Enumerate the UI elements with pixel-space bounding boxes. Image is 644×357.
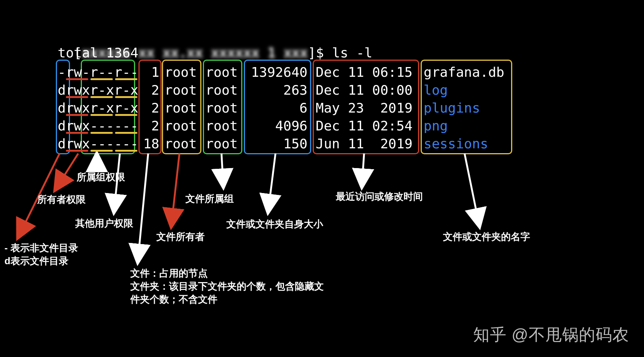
- label-links-line1: 文件：占用的节点: [130, 267, 324, 280]
- underline-owner-perm: [66, 78, 88, 80]
- col-owner: root: [165, 99, 197, 117]
- underline-group-perm: [90, 132, 113, 134]
- svg-line-9: [465, 154, 479, 227]
- col-name: plugins: [424, 99, 480, 117]
- label-file-owner: 文件所有者: [156, 230, 205, 243]
- underline-owner-perm: [66, 132, 88, 134]
- label-file-time: 最近访问或修改时间: [336, 190, 423, 203]
- col-date: Dec 11 02:54: [316, 117, 412, 135]
- col-group: root: [205, 63, 238, 81]
- col-group: root: [205, 117, 238, 135]
- col-owner: root: [165, 117, 197, 135]
- underline-group-perm: [90, 150, 113, 152]
- col-owner: root: [165, 81, 197, 99]
- svg-line-6: [221, 154, 223, 187]
- label-group-perm: 所属组权限: [77, 171, 125, 184]
- col-date: Dec 11 06:15: [316, 63, 412, 81]
- label-filetype: - 表示非文件目录 d表示文件目录: [4, 241, 78, 268]
- col-links: 2: [143, 81, 159, 99]
- prompt-bracket-right: ]$: [308, 45, 332, 60]
- col-links: 18: [143, 135, 159, 153]
- col-owner: root: [165, 63, 197, 81]
- underline-group-perm: [90, 96, 113, 98]
- underline-other-perm: [115, 96, 137, 98]
- col-links: 1: [143, 63, 159, 81]
- col-owner: root: [165, 135, 197, 153]
- svg-line-1: [55, 154, 78, 190]
- label-file-name: 文件或文件夹的名字: [443, 230, 530, 243]
- col-name: log: [424, 81, 448, 99]
- total-line: total 1364: [58, 44, 138, 62]
- col-size: 263: [250, 81, 307, 99]
- col-date: Dec 11 00:00: [316, 81, 412, 99]
- svg-line-5: [171, 154, 179, 227]
- label-file-group: 文件所属组: [185, 192, 234, 205]
- underline-owner-perm: [66, 150, 88, 152]
- col-name: grafana.db: [424, 63, 504, 81]
- underline-owner-perm: [66, 96, 88, 98]
- label-filetype-line1: - 表示非文件目录: [4, 241, 78, 255]
- col-links: 2: [143, 117, 159, 135]
- col-links: 2: [143, 99, 159, 117]
- label-file-size: 文件或文件夹自身大小: [226, 218, 323, 231]
- col-size: 1392640: [250, 63, 307, 81]
- underline-owner-perm: [66, 114, 88, 116]
- label-other-perm: 其他用户权限: [75, 217, 133, 230]
- underline-group-perm: [90, 114, 113, 116]
- col-date: May 23 2019: [316, 99, 412, 117]
- label-links: 文件：占用的节点 文件夹：该目录下文件夹的个数，包含隐藏文 件夹个数；不含文件: [130, 267, 324, 306]
- underline-other-perm: [115, 132, 137, 134]
- watermark: 知乎 @不甩锅的码农: [473, 324, 629, 346]
- col-group: root: [205, 81, 238, 99]
- label-owner-perm: 所有者权限: [37, 193, 86, 206]
- col-size: 150: [250, 135, 307, 153]
- col-name: png: [424, 117, 448, 135]
- svg-line-8: [362, 154, 364, 187]
- label-filetype-line2: d表示文件目录: [4, 255, 78, 268]
- col-name: sessions: [424, 135, 488, 153]
- underline-other-perm: [115, 114, 137, 116]
- col-size: 6: [250, 99, 307, 117]
- col-size: 4096: [250, 117, 307, 135]
- underline-other-perm: [115, 150, 137, 152]
- underline-group-perm: [90, 78, 113, 80]
- svg-line-4: [138, 154, 148, 262]
- col-date: Jun 11 2019: [316, 135, 412, 153]
- col-group: root: [205, 99, 238, 117]
- col-group: root: [205, 135, 238, 153]
- svg-line-7: [268, 154, 275, 212]
- label-links-line2: 文件夹：该目录下文件夹的个数，包含隐藏文: [130, 280, 324, 293]
- underline-other-perm: [115, 78, 137, 80]
- command-text: ls -l: [332, 45, 372, 60]
- label-links-line3: 件夹个数；不含文件: [130, 293, 324, 306]
